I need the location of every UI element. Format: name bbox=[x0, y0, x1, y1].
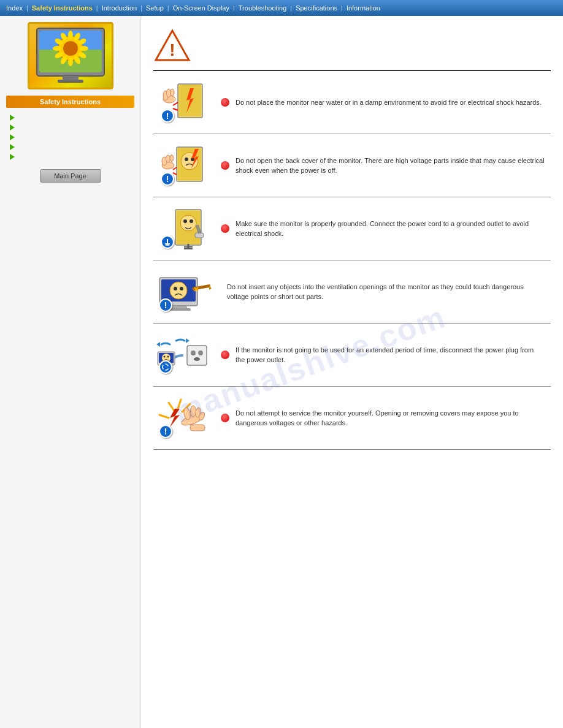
nav-troubleshooting[interactable]: Troubleshooting bbox=[235, 4, 290, 12]
svg-point-34 bbox=[185, 157, 188, 161]
instruction-text-4: Do not insert any objects into the venti… bbox=[221, 282, 551, 302]
sidebar-arrow-5[interactable] bbox=[0, 152, 140, 162]
sidebar-image bbox=[28, 22, 113, 89]
arrow-icon-3 bbox=[10, 134, 15, 140]
svg-point-5 bbox=[63, 41, 78, 56]
nav-information[interactable]: Information bbox=[343, 4, 384, 12]
svg-rect-19 bbox=[58, 80, 83, 83]
svg-line-29 bbox=[173, 102, 178, 105]
arrow-icon-5 bbox=[10, 154, 15, 160]
recycle-badge-5 bbox=[159, 360, 172, 374]
instruction-text-5: If the monitor is not going to be used f… bbox=[229, 345, 551, 365]
content-area: ! bbox=[141, 16, 563, 728]
instruction-row-3: Make sure the monitor is properly ground… bbox=[153, 197, 551, 260]
nav-safety-instructions[interactable]: Safety Instructions bbox=[28, 4, 96, 12]
red-dot-2 bbox=[221, 161, 229, 170]
svg-point-27 bbox=[167, 89, 171, 97]
sidebar: Safety Instructions Main Page bbox=[0, 16, 141, 728]
instruction-icon-6: ! bbox=[153, 396, 215, 439]
svg-point-46 bbox=[183, 219, 187, 223]
sidebar-title: Safety Instructions bbox=[6, 96, 134, 108]
warning-badge-1: ! bbox=[161, 109, 174, 123]
svg-line-42 bbox=[173, 173, 177, 175]
svg-text:!: ! bbox=[169, 40, 175, 59]
arrow-icon-1 bbox=[10, 115, 15, 121]
instruction-row-1: ! Do not place the monitor near water or… bbox=[153, 71, 551, 134]
ground-badge-3 bbox=[161, 235, 174, 249]
svg-point-76 bbox=[167, 356, 169, 358]
instruction-text-2: Do not open the back cover of the monito… bbox=[229, 156, 551, 176]
svg-rect-51 bbox=[195, 233, 204, 238]
red-dot-5 bbox=[221, 351, 229, 359]
red-dot-1 bbox=[221, 98, 229, 107]
nav-osd[interactable]: On-Screen Display bbox=[169, 4, 233, 12]
instruction-row-6: ! Do not attempt to service the monitor … bbox=[153, 387, 551, 450]
instruction-icon-3 bbox=[153, 207, 215, 250]
warning-triangle-icon: ! bbox=[153, 28, 190, 61]
svg-point-70 bbox=[198, 351, 203, 355]
instruction-row-2: ! Do not open the back cover of the moni… bbox=[153, 134, 551, 197]
svg-line-30 bbox=[173, 108, 178, 110]
warning-badge-2: ! bbox=[161, 172, 174, 186]
svg-marker-79 bbox=[156, 342, 160, 347]
nav-introduction[interactable]: Introduction bbox=[98, 4, 140, 12]
svg-line-41 bbox=[173, 167, 177, 170]
svg-rect-68 bbox=[187, 346, 207, 365]
svg-point-60 bbox=[174, 287, 177, 290]
instruction-icon-4: ! bbox=[153, 270, 215, 313]
sidebar-arrow-2[interactable] bbox=[0, 123, 140, 132]
sidebar-arrow-3[interactable] bbox=[0, 132, 140, 142]
svg-point-6 bbox=[68, 31, 73, 39]
instruction-icon-5 bbox=[153, 333, 215, 376]
svg-line-83 bbox=[159, 415, 169, 418]
svg-marker-63 bbox=[209, 285, 212, 290]
svg-point-39 bbox=[166, 155, 170, 162]
instruction-icon-1: ! bbox=[153, 81, 215, 124]
sidebar-arrow-4[interactable] bbox=[0, 142, 140, 152]
red-dot-3 bbox=[221, 224, 229, 233]
arrow-icon-2 bbox=[10, 124, 15, 131]
warning-header-section: ! bbox=[153, 22, 551, 71]
svg-line-81 bbox=[178, 400, 181, 409]
warning-badge-4: ! bbox=[159, 298, 172, 312]
monitor-illustration bbox=[31, 25, 110, 86]
instruction-text-3: Make sure the monitor is properly ground… bbox=[229, 219, 551, 239]
svg-point-28 bbox=[170, 89, 174, 96]
svg-marker-78 bbox=[186, 338, 190, 343]
instruction-row-5: If the monitor is not going to be used f… bbox=[153, 324, 551, 387]
svg-point-75 bbox=[164, 356, 166, 358]
instruction-text-1: Do not place the monitor near water or i… bbox=[229, 97, 551, 108]
warning-badge-6: ! bbox=[159, 425, 172, 438]
svg-point-40 bbox=[170, 155, 174, 162]
main-container: Safety Instructions Main Page ! bbox=[0, 16, 563, 728]
red-dot-6 bbox=[221, 414, 229, 422]
svg-point-47 bbox=[190, 219, 193, 223]
svg-point-87 bbox=[191, 406, 196, 417]
nav-setup[interactable]: Setup bbox=[142, 4, 167, 12]
sidebar-arrow-1[interactable] bbox=[0, 113, 140, 123]
svg-rect-90 bbox=[190, 425, 205, 431]
nav-index[interactable]: Index bbox=[2, 4, 26, 12]
main-page-button[interactable]: Main Page bbox=[40, 169, 101, 183]
svg-point-15 bbox=[53, 46, 61, 51]
svg-point-9 bbox=[80, 46, 88, 51]
instruction-icon-2: ! bbox=[153, 144, 215, 187]
svg-point-86 bbox=[183, 407, 191, 420]
svg-point-69 bbox=[191, 351, 196, 355]
svg-point-71 bbox=[194, 357, 200, 361]
svg-point-12 bbox=[68, 58, 73, 66]
svg-line-80 bbox=[169, 403, 175, 412]
svg-point-61 bbox=[180, 287, 183, 290]
instruction-row-4: ! Do not insert any objects into the ven… bbox=[153, 260, 551, 324]
navigation-bar: Index | Safety Instructions | Introducti… bbox=[0, 0, 563, 16]
svg-point-59 bbox=[170, 282, 187, 299]
svg-rect-18 bbox=[63, 76, 79, 80]
arrow-icon-4 bbox=[10, 144, 15, 150]
nav-specifications[interactable]: Specifications bbox=[292, 4, 341, 12]
svg-marker-84 bbox=[170, 409, 180, 427]
instruction-text-6: Do not attempt to service the monitor yo… bbox=[229, 408, 551, 428]
